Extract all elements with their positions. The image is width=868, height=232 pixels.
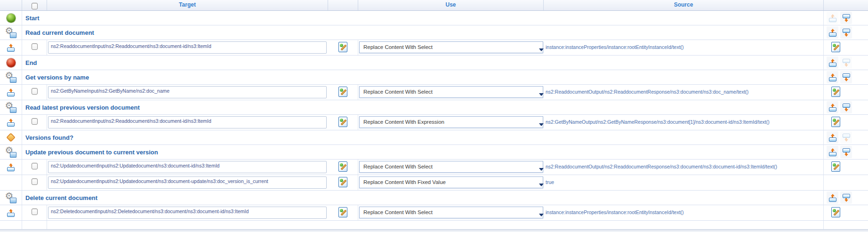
row-checkbox[interactable] bbox=[32, 118, 38, 125]
edit-mapping-icon[interactable] bbox=[338, 177, 347, 187]
use-dropdown-value: Replace Content With Expression bbox=[363, 119, 444, 125]
add-row-below-button[interactable] bbox=[840, 146, 852, 158]
add-row-below-button[interactable] bbox=[840, 192, 852, 204]
add-row-above-button[interactable] bbox=[827, 101, 838, 113]
use-dropdown[interactable]: Replace Content With Expression bbox=[359, 116, 543, 128]
activity-row: Update previous document to current vers… bbox=[0, 145, 868, 160]
activity-row: Read latest previous version document bbox=[0, 100, 868, 115]
start-icon bbox=[7, 14, 16, 23]
dropdown-arrow-icon bbox=[539, 123, 544, 126]
target-path: ns2:GetByNameInput/ns2:GetByName/ns2:doc… bbox=[48, 86, 327, 98]
source-path: instance:instanceProperties/instance:roo… bbox=[544, 205, 824, 220]
add-row-below-button[interactable] bbox=[840, 71, 852, 83]
service-icon bbox=[5, 192, 17, 203]
dropdown-arrow-icon bbox=[539, 168, 544, 171]
edit-source-mapping-icon[interactable] bbox=[831, 42, 840, 52]
row-checkbox[interactable] bbox=[32, 163, 38, 169]
add-row-above-button[interactable] bbox=[827, 12, 838, 24]
add-row-above-button[interactable] bbox=[827, 146, 838, 158]
target-path: ns2:UpdatedocumentInput/ns2:Updatedocume… bbox=[48, 176, 327, 189]
mapping-row: ns2:ReaddocumentInput/ns2:Readdocument/n… bbox=[0, 115, 868, 130]
use-dropdown-value: Replace Content With Select bbox=[363, 209, 433, 215]
edit-source-mapping-icon[interactable] bbox=[831, 161, 840, 172]
use-dropdown[interactable]: Replace Content With Select bbox=[359, 41, 543, 53]
target-path: ns2:UpdatedocumentInput/ns2:Updatedocume… bbox=[48, 161, 327, 173]
use-dropdown-value: Replace Content With Fixed Value bbox=[363, 179, 446, 185]
activity-title: Update previous document to current vers… bbox=[22, 145, 824, 159]
add-row-above-button[interactable] bbox=[827, 192, 838, 204]
mapping-row: ns2:UpdatedocumentInput/ns2:Updatedocume… bbox=[0, 160, 868, 175]
activity-row: Get versions by name bbox=[0, 70, 868, 85]
edit-mapping-icon[interactable] bbox=[338, 207, 347, 217]
activity-title: Read current document bbox=[22, 25, 824, 40]
add-row-above-button[interactable] bbox=[827, 131, 838, 144]
add-row-below-button[interactable] bbox=[840, 56, 852, 69]
add-row-above-button[interactable] bbox=[827, 26, 838, 39]
assign-activity-icon bbox=[7, 119, 15, 127]
column-header-source: Source bbox=[544, 0, 824, 10]
edit-mapping-icon[interactable] bbox=[338, 161, 347, 172]
edit-source-mapping-icon[interactable] bbox=[831, 117, 840, 127]
assign-activity-icon bbox=[7, 209, 15, 217]
actions-column-header bbox=[824, 0, 868, 10]
add-above-icon bbox=[829, 59, 836, 67]
mapping-row: ns2:GetByNameInput/ns2:GetByName/ns2:doc… bbox=[0, 85, 868, 100]
assign-activity-icon bbox=[7, 44, 15, 52]
add-row-below-button[interactable] bbox=[840, 131, 852, 144]
dropdown-arrow-icon bbox=[539, 93, 544, 96]
column-header-target: Target bbox=[47, 0, 328, 10]
end-icon bbox=[7, 58, 16, 67]
service-icon bbox=[5, 102, 17, 113]
add-row-below-button[interactable] bbox=[840, 26, 852, 39]
add-above-icon bbox=[829, 104, 836, 112]
edit-mapping-icon[interactable] bbox=[338, 87, 347, 97]
add-above-icon bbox=[829, 134, 836, 142]
activity-title: Start bbox=[22, 11, 824, 25]
add-above-icon bbox=[829, 29, 836, 37]
use-dropdown[interactable]: Replace Content With Select bbox=[359, 86, 543, 98]
select-all-checkbox[interactable] bbox=[32, 3, 38, 9]
activity-title: Versions found? bbox=[22, 130, 824, 144]
add-row-above-button[interactable] bbox=[827, 71, 838, 83]
dropdown-arrow-icon bbox=[539, 184, 544, 186]
add-below-icon bbox=[843, 134, 850, 142]
use-dropdown[interactable]: Replace Content With Select bbox=[359, 207, 543, 218]
add-below-icon bbox=[843, 104, 850, 112]
add-below-icon bbox=[843, 73, 850, 81]
use-dropdown[interactable]: Replace Content With Fixed Value bbox=[359, 176, 543, 188]
service-icon bbox=[5, 72, 17, 83]
use-dropdown[interactable]: Replace Content With Select bbox=[359, 161, 543, 173]
source-path: ns2:ReaddocumentOutput/ns2:ReaddocumentR… bbox=[544, 85, 824, 100]
add-row-below-button[interactable] bbox=[840, 101, 852, 113]
row-checkbox[interactable] bbox=[32, 43, 38, 50]
source-path: ns2:GetByNameOutput/ns2:GetByNameRespons… bbox=[544, 115, 824, 130]
row-checkbox[interactable] bbox=[32, 178, 38, 185]
add-above-icon bbox=[829, 14, 836, 22]
activity-title: Read latest previous version document bbox=[22, 100, 824, 114]
row-checkbox[interactable] bbox=[32, 88, 38, 95]
target-path: ns2:DeletedocumentInput/ns2:Deletedocume… bbox=[48, 207, 327, 219]
row-checkbox[interactable] bbox=[32, 208, 38, 215]
add-below-icon bbox=[843, 148, 850, 156]
page-bottom-strip bbox=[0, 230, 868, 232]
add-row-below-button[interactable] bbox=[840, 12, 852, 24]
assign-activity-icon bbox=[7, 163, 15, 171]
edit-source-mapping-icon[interactable] bbox=[831, 207, 840, 217]
decision-icon bbox=[6, 133, 16, 142]
dropdown-arrow-icon bbox=[539, 214, 544, 216]
edit-mapping-icon[interactable] bbox=[338, 42, 347, 52]
edit-mapping-icon[interactable] bbox=[338, 117, 347, 127]
add-above-icon bbox=[829, 73, 836, 81]
mapping-row: ns2:DeletedocumentInput/ns2:Deletedocume… bbox=[0, 205, 868, 221]
add-above-icon bbox=[829, 194, 836, 202]
target-path: ns2:ReaddocumentInput/ns2:Readdocument/n… bbox=[48, 116, 327, 128]
add-below-icon bbox=[843, 14, 850, 22]
source-path: true bbox=[544, 175, 824, 190]
use-dropdown-value: Replace Content With Select bbox=[363, 44, 433, 50]
edit-source-mapping-icon[interactable] bbox=[831, 87, 840, 97]
activity-row: Delete current document bbox=[0, 191, 868, 205]
mapper-table: Target Use Source Start Read curre bbox=[0, 0, 868, 232]
mapping-row: ns2:ReaddocumentInput/ns2:Readdocument/n… bbox=[0, 40, 868, 56]
add-row-above-button[interactable] bbox=[827, 56, 838, 69]
service-icon bbox=[5, 146, 17, 158]
